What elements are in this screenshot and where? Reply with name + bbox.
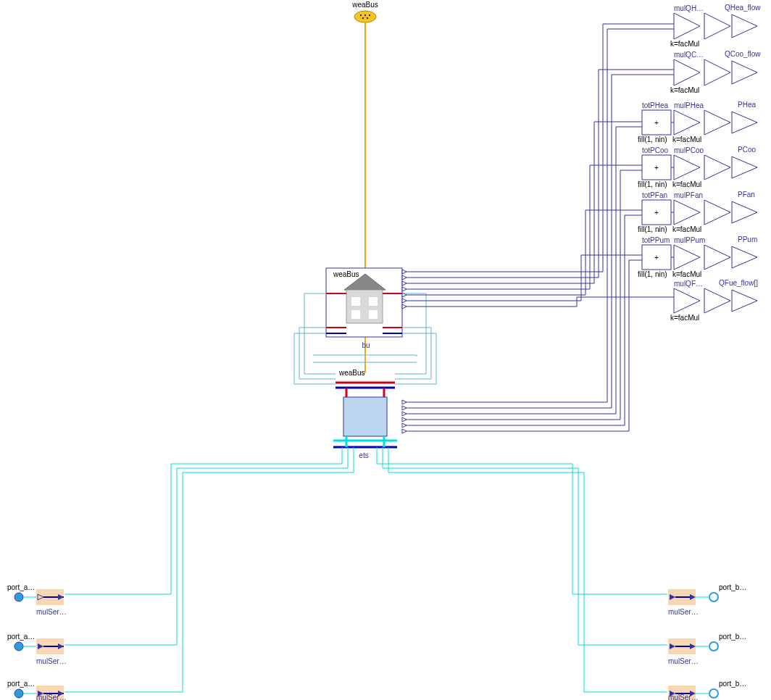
svg-text:mulSer…: mulSer… [36,657,67,665]
svg-marker-63 [704,155,730,180]
ets-core-icon [343,397,387,436]
svg-text:mulQH…: mulQH… [674,4,704,12]
ets-label: ets [359,451,368,459]
svg-marker-86 [674,288,700,313]
PFan-port [732,201,757,223]
signal-lines-bu [407,24,674,307]
port-a-2[interactable]: port_a… mulSer… [7,633,67,665]
svg-marker-60 [674,155,700,180]
svg-marker-33 [402,417,407,422]
svg-text:mulSer…: mulSer… [36,608,67,616]
svg-marker-50 [674,110,700,135]
svg-point-99 [14,642,23,651]
svg-text:fill(1, nin): fill(1, nin) [638,225,667,233]
svg-text:PFan: PFan [738,191,755,199]
building-label: bu [362,341,370,349]
svg-marker-37 [704,13,730,39]
svg-rect-7 [351,310,360,319]
svg-text:totPFan: totPFan [642,191,667,199]
service-a1 [64,447,342,594]
svg-text:mulSer…: mulSer… [668,693,699,700]
building-weabus-label: weaBus [333,270,359,278]
PHea-port [732,112,757,133]
svg-text:mulSer…: mulSer… [668,608,699,616]
svg-text:k=facMul: k=facMul [672,270,701,278]
QHea_flow-port[interactable] [732,14,757,38]
mulQF-block[interactable]: mulQF…k=facMul QFue_flow[] [670,279,758,322]
svg-marker-17 [402,281,407,286]
svg-marker-16 [402,275,407,280]
PHea-row[interactable]: + totPHea fill(1, nin) mulPHeak=facMul P… [638,101,757,143]
svg-text:port_a…: port_a… [7,583,35,591]
svg-text:mulPHea: mulPHea [674,101,704,109]
PFan-row[interactable]: + totPFanfill(1, nin) mulPFank=facMul PF… [638,191,757,233]
diagram-svg: weaBus weaBus bu weaBus ets mulQH… k=fac… [0,0,771,700]
svg-text:+: + [654,209,659,217]
svg-text:fill(1, nin): fill(1, nin) [638,270,667,278]
port-a-3[interactable]: port_a… mulSer… [7,680,67,700]
mulQC-block[interactable]: mulQC… k=facMul QCoo_flow [670,50,761,94]
svg-point-1 [364,14,366,16]
svg-text:mulPCoo: mulPCoo [674,146,704,154]
bu-demux-icon [402,270,407,309]
QCoo_flow-port[interactable] [732,61,757,84]
svg-point-131 [709,689,718,698]
weabus-connector-icon[interactable] [354,11,376,22]
svg-text:PHea: PHea [738,101,756,109]
svg-text:mulSer…: mulSer… [36,693,67,700]
svg-text:k=facMul: k=facMul [670,86,699,94]
PPum-port [732,246,757,268]
svg-text:mulPPum: mulPPum [674,236,705,244]
svg-marker-32 [402,412,407,416]
svg-text:port_b…: port_b… [719,680,746,688]
svg-text:port_b…: port_b… [719,583,746,591]
svg-text:fill(1, nin): fill(1, nin) [638,136,667,143]
svg-marker-20 [402,299,407,303]
PCoo-row[interactable]: + totPCoofill(1, nin) mulPCook=facMul PC… [638,146,757,188]
svg-marker-41 [674,59,700,86]
svg-text:+: + [654,119,659,127]
svg-point-115 [709,593,718,601]
weabus-label: weaBus [351,1,378,9]
port-b-3[interactable]: port_b… mulSer… [668,680,746,700]
svg-text:mulSer…: mulSer… [668,657,699,665]
svg-text:PPum: PPum [738,236,757,243]
svg-marker-73 [704,200,730,225]
svg-text:totPPum: totPPum [642,236,670,244]
svg-marker-34 [402,423,407,428]
svg-marker-36 [674,13,700,39]
svg-point-91 [14,593,23,601]
svg-marker-21 [402,304,407,309]
svg-text:k=facMul: k=facMul [670,40,699,48]
svg-point-2 [369,14,370,16]
svg-marker-18 [402,287,407,291]
svg-rect-5 [351,297,360,306]
svg-marker-80 [674,245,700,270]
PPum-row[interactable]: + totPPumfill(1, nin) mulPPumk=facMul PP… [638,236,757,278]
svg-text:+: + [654,254,659,262]
svg-text:mulPFan: mulPFan [674,191,703,199]
svg-point-4 [367,17,368,19]
svg-text:port_a…: port_a… [7,680,35,688]
svg-marker-87 [704,288,730,313]
diagram-canvas: { "top": {"weaBus":"weaBus"}, "building"… [0,0,771,700]
port-b-1[interactable]: port_b… mulSer… [668,583,746,616]
svg-marker-70 [674,200,700,225]
svg-point-123 [709,642,718,651]
svg-text:mulQF…: mulQF… [674,280,703,288]
svg-text:port_b…: port_b… [719,633,746,641]
mulQH-block[interactable]: mulQH… k=facMul QHea_flow [670,4,761,48]
svg-marker-15 [402,270,407,274]
svg-text:totPCoo: totPCoo [642,146,669,154]
QFue_flow-port [732,290,757,312]
svg-text:k=facMul: k=facMul [672,136,701,143]
svg-text:k=facMul: k=facMul [670,314,699,322]
svg-rect-6 [369,297,378,306]
port-b-2[interactable]: port_b… mulSer… [668,633,746,665]
signal-lines-ets [407,29,674,431]
svg-marker-53 [704,110,730,135]
port-a-1[interactable]: port_a… mulSer… [7,583,67,616]
svg-text:k=facMul: k=facMul [672,180,701,188]
svg-text:QCoo_flow: QCoo_flow [725,50,761,58]
svg-text:port_a…: port_a… [7,633,35,641]
